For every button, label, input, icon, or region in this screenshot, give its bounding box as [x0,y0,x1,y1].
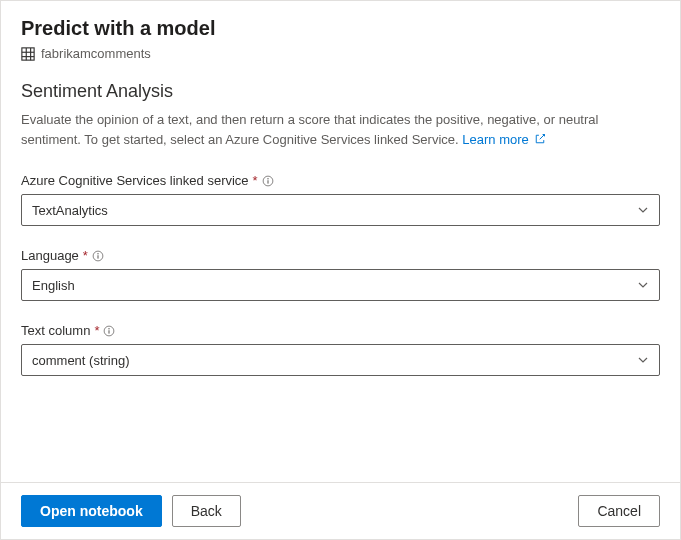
linked-service-value: TextAnalytics [32,203,108,218]
language-value: English [32,278,75,293]
section-description: Evaluate the opinion of a text, and then… [21,110,660,149]
language-select[interactable]: English [21,269,660,301]
open-notebook-button[interactable]: Open notebook [21,495,162,527]
info-icon[interactable] [262,175,274,187]
linked-service-group: Azure Cognitive Services linked service … [21,173,660,226]
chevron-down-icon [637,279,649,291]
required-star: * [83,248,88,263]
chevron-down-icon [637,204,649,216]
linked-service-label: Azure Cognitive Services linked service … [21,173,660,188]
svg-rect-13 [109,330,110,333]
external-link-icon [534,133,546,145]
text-column-group: Text column * comment (string) [21,323,660,376]
svg-rect-10 [97,255,98,258]
language-label: Language * [21,248,660,263]
page-title: Predict with a model [21,17,660,40]
back-button[interactable]: Back [172,495,241,527]
info-icon[interactable] [92,250,104,262]
required-star: * [253,173,258,188]
svg-point-6 [267,178,268,179]
dialog-content: Predict with a model fabrikamcomments Se… [1,1,680,482]
chevron-down-icon [637,354,649,366]
info-icon[interactable] [103,325,115,337]
section-title: Sentiment Analysis [21,81,660,102]
linked-service-select[interactable]: TextAnalytics [21,194,660,226]
text-column-select[interactable]: comment (string) [21,344,660,376]
text-column-value: comment (string) [32,353,130,368]
text-column-label: Text column * [21,323,660,338]
footer: Open notebook Back Cancel [1,482,680,539]
subtitle-text: fabrikamcomments [41,46,151,61]
learn-more-link[interactable]: Learn more [462,132,546,147]
svg-point-12 [109,328,110,329]
svg-point-9 [97,253,98,254]
svg-rect-0 [22,47,34,59]
required-star: * [94,323,99,338]
cancel-button[interactable]: Cancel [578,495,660,527]
subtitle-row: fabrikamcomments [21,46,660,61]
table-icon [21,47,35,61]
language-group: Language * English [21,248,660,301]
svg-rect-7 [267,180,268,183]
